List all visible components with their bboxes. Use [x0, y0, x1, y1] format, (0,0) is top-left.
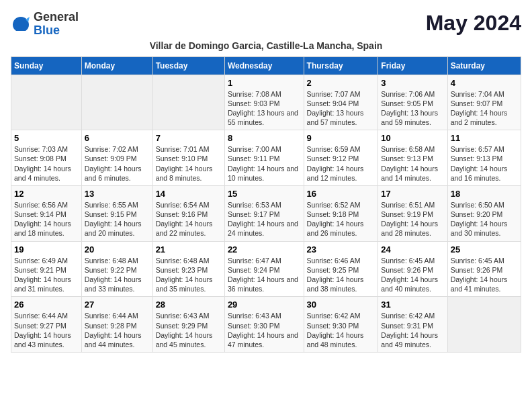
day-info: Sunrise: 7:03 AMSunset: 9:08 PMDaylight:… — [14, 144, 79, 183]
day-info: Sunrise: 6:42 AMSunset: 9:31 PMDaylight:… — [381, 311, 444, 349]
week-row-5: 26Sunrise: 6:44 AMSunset: 9:27 PMDayligh… — [11, 297, 521, 353]
logo-text: General Blue — [34, 11, 79, 38]
day-number: 20 — [85, 244, 150, 255]
calendar-cell: 20Sunrise: 6:48 AMSunset: 9:22 PMDayligh… — [81, 241, 152, 297]
day-number: 11 — [451, 133, 518, 143]
day-number: 22 — [228, 244, 301, 255]
day-info: Sunrise: 7:06 AMSunset: 9:05 PMDaylight:… — [381, 89, 444, 128]
day-number: 10 — [381, 133, 444, 143]
header-day-tuesday: Tuesday — [152, 56, 224, 75]
calendar-cell: 6Sunrise: 7:02 AMSunset: 9:09 PMDaylight… — [81, 130, 152, 186]
calendar-cell — [81, 75, 152, 130]
day-number: 19 — [14, 244, 79, 255]
calendar-cell: 18Sunrise: 6:50 AMSunset: 9:20 PMDayligh… — [447, 185, 521, 241]
logo-blue: Blue — [34, 24, 79, 38]
day-number: 17 — [381, 189, 444, 199]
day-info: Sunrise: 6:44 AMSunset: 9:27 PMDaylight:… — [14, 311, 79, 349]
day-info: Sunrise: 6:52 AMSunset: 9:18 PMDaylight:… — [307, 200, 375, 238]
day-number: 16 — [307, 189, 375, 199]
calendar-cell: 31Sunrise: 6:42 AMSunset: 9:31 PMDayligh… — [378, 297, 447, 353]
week-row-1: 1Sunrise: 7:08 AMSunset: 9:03 PMDaylight… — [11, 75, 521, 130]
day-info: Sunrise: 6:46 AMSunset: 9:25 PMDaylight:… — [307, 256, 375, 294]
day-number: 30 — [307, 300, 375, 310]
day-number: 24 — [381, 244, 444, 255]
calendar-cell: 3Sunrise: 7:06 AMSunset: 9:05 PMDaylight… — [378, 75, 447, 130]
calendar-cell: 4Sunrise: 7:04 AMSunset: 9:07 PMDaylight… — [447, 75, 521, 130]
day-info: Sunrise: 7:04 AMSunset: 9:07 PMDaylight:… — [451, 89, 518, 128]
day-info: Sunrise: 6:45 AMSunset: 9:26 PMDaylight:… — [451, 256, 518, 294]
day-info: Sunrise: 6:57 AMSunset: 9:13 PMDaylight:… — [451, 144, 518, 183]
day-info: Sunrise: 6:44 AMSunset: 9:28 PMDaylight:… — [85, 311, 150, 349]
day-number: 5 — [14, 133, 79, 143]
calendar-body: 1Sunrise: 7:08 AMSunset: 9:03 PMDaylight… — [11, 75, 521, 352]
calendar-cell: 11Sunrise: 6:57 AMSunset: 9:13 PMDayligh… — [447, 130, 521, 186]
logo: General Blue — [11, 11, 79, 38]
calendar-cell: 28Sunrise: 6:43 AMSunset: 9:29 PMDayligh… — [152, 297, 224, 353]
header-day-saturday: Saturday — [447, 56, 521, 75]
calendar-cell: 16Sunrise: 6:52 AMSunset: 9:18 PMDayligh… — [304, 185, 378, 241]
day-number: 9 — [307, 133, 375, 143]
day-info: Sunrise: 7:00 AMSunset: 9:11 PMDaylight:… — [228, 144, 301, 183]
calendar-cell: 12Sunrise: 6:56 AMSunset: 9:14 PMDayligh… — [11, 185, 82, 241]
header-day-friday: Friday — [378, 56, 447, 75]
calendar-cell: 24Sunrise: 6:45 AMSunset: 9:26 PMDayligh… — [378, 241, 447, 297]
calendar-cell: 27Sunrise: 6:44 AMSunset: 9:28 PMDayligh… — [81, 297, 152, 353]
calendar-cell: 17Sunrise: 6:51 AMSunset: 9:19 PMDayligh… — [378, 185, 447, 241]
header-day-monday: Monday — [81, 56, 152, 75]
day-info: Sunrise: 6:54 AMSunset: 9:16 PMDaylight:… — [156, 200, 222, 238]
day-number: 15 — [228, 189, 301, 199]
calendar-cell: 22Sunrise: 6:47 AMSunset: 9:24 PMDayligh… — [224, 241, 304, 297]
header-day-thursday: Thursday — [304, 56, 378, 75]
calendar-cell: 5Sunrise: 7:03 AMSunset: 9:08 PMDaylight… — [11, 130, 82, 186]
day-number: 25 — [451, 244, 518, 255]
day-number: 23 — [307, 244, 375, 255]
day-info: Sunrise: 7:07 AMSunset: 9:04 PMDaylight:… — [307, 89, 375, 128]
day-info: Sunrise: 6:50 AMSunset: 9:20 PMDaylight:… — [451, 200, 518, 238]
day-number: 21 — [156, 244, 222, 255]
calendar-table: SundayMondayTuesdayWednesdayThursdayFrid… — [11, 56, 521, 353]
calendar-cell: 1Sunrise: 7:08 AMSunset: 9:03 PMDaylight… — [224, 75, 304, 130]
day-number: 2 — [307, 78, 375, 88]
header-day-sunday: Sunday — [11, 56, 82, 75]
calendar-cell: 26Sunrise: 6:44 AMSunset: 9:27 PMDayligh… — [11, 297, 82, 353]
week-row-4: 19Sunrise: 6:49 AMSunset: 9:21 PMDayligh… — [11, 241, 521, 297]
day-number: 7 — [156, 133, 222, 143]
day-number: 8 — [228, 133, 301, 143]
day-info: Sunrise: 6:45 AMSunset: 9:26 PMDaylight:… — [381, 256, 444, 294]
day-number: 13 — [85, 189, 150, 199]
week-row-2: 5Sunrise: 7:03 AMSunset: 9:08 PMDaylight… — [11, 130, 521, 186]
day-info: Sunrise: 6:47 AMSunset: 9:24 PMDaylight:… — [228, 256, 301, 294]
calendar-cell — [447, 297, 521, 353]
day-number: 12 — [14, 189, 79, 199]
page-title: May 2024 — [426, 11, 521, 36]
day-info: Sunrise: 7:08 AMSunset: 9:03 PMDaylight:… — [228, 89, 301, 128]
week-row-3: 12Sunrise: 6:56 AMSunset: 9:14 PMDayligh… — [11, 185, 521, 241]
day-number: 6 — [85, 133, 150, 143]
day-info: Sunrise: 6:49 AMSunset: 9:21 PMDaylight:… — [14, 256, 79, 294]
calendar-cell: 21Sunrise: 6:48 AMSunset: 9:23 PMDayligh… — [152, 241, 224, 297]
day-info: Sunrise: 6:56 AMSunset: 9:14 PMDaylight:… — [14, 200, 79, 238]
day-number: 26 — [14, 300, 79, 310]
calendar-cell: 30Sunrise: 6:42 AMSunset: 9:30 PMDayligh… — [304, 297, 378, 353]
day-info: Sunrise: 6:48 AMSunset: 9:23 PMDaylight:… — [156, 256, 222, 294]
calendar-cell: 25Sunrise: 6:45 AMSunset: 9:26 PMDayligh… — [447, 241, 521, 297]
calendar-header: SundayMondayTuesdayWednesdayThursdayFrid… — [11, 56, 521, 75]
day-number: 3 — [381, 78, 444, 88]
calendar-cell: 23Sunrise: 6:46 AMSunset: 9:25 PMDayligh… — [304, 241, 378, 297]
calendar-cell: 9Sunrise: 6:59 AMSunset: 9:12 PMDaylight… — [304, 130, 378, 186]
calendar-cell — [152, 75, 224, 130]
day-number: 31 — [381, 300, 444, 310]
header-day-wednesday: Wednesday — [224, 56, 304, 75]
calendar-cell: 19Sunrise: 6:49 AMSunset: 9:21 PMDayligh… — [11, 241, 82, 297]
calendar-cell: 2Sunrise: 7:07 AMSunset: 9:04 PMDaylight… — [304, 75, 378, 130]
day-number: 14 — [156, 189, 222, 199]
day-info: Sunrise: 6:48 AMSunset: 9:22 PMDaylight:… — [85, 256, 150, 294]
page-header: General Blue May 2024 — [11, 11, 521, 38]
calendar-cell: 7Sunrise: 7:01 AMSunset: 9:10 PMDaylight… — [152, 130, 224, 186]
page-subtitle: Villar de Domingo Garcia, Castille-La Ma… — [11, 40, 521, 51]
calendar-cell: 14Sunrise: 6:54 AMSunset: 9:16 PMDayligh… — [152, 185, 224, 241]
calendar-cell — [11, 75, 82, 130]
calendar-cell: 13Sunrise: 6:55 AMSunset: 9:15 PMDayligh… — [81, 185, 152, 241]
calendar-cell: 10Sunrise: 6:58 AMSunset: 9:13 PMDayligh… — [378, 130, 447, 186]
day-info: Sunrise: 6:58 AMSunset: 9:13 PMDaylight:… — [381, 144, 444, 183]
